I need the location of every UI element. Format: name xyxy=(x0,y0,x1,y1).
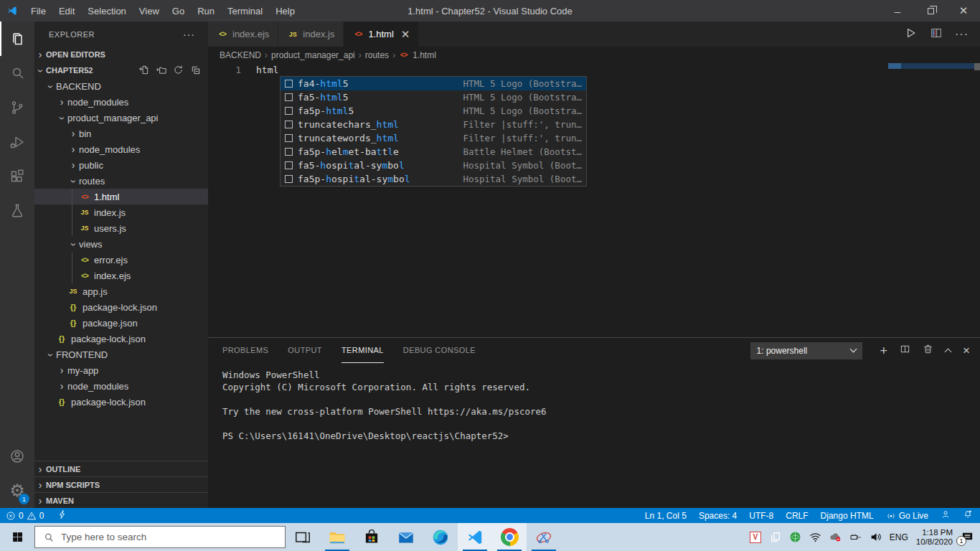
task-view-button[interactable] xyxy=(286,523,320,551)
menu-help[interactable]: Help xyxy=(269,6,301,17)
encoding[interactable]: UTF-8 xyxy=(749,511,773,521)
menu-go[interactable]: Go xyxy=(166,6,191,17)
problems-indicator[interactable]: 0 0 xyxy=(6,511,44,521)
eol-sequence[interactable]: CRLF xyxy=(786,511,808,521)
suggestion-fa5p-helmet-battle[interactable]: fa5p-helmet-battle Battle Helmet (Bootst… xyxy=(281,145,586,159)
close-panel-icon[interactable]: × xyxy=(963,344,970,357)
close-icon[interactable]: ✕ xyxy=(947,0,980,22)
volume-icon[interactable] xyxy=(870,531,882,543)
tree-file-index.js[interactable]: JSindex.js xyxy=(34,204,208,220)
tree-folder-node_modules[interactable]: ›node_modules xyxy=(34,141,208,157)
breadcrumb-item[interactable]: product_manager_api xyxy=(271,50,355,60)
taskbar-snipping-tool-icon[interactable] xyxy=(527,523,561,551)
tree-file-index.ejs[interactable]: <>index.ejs xyxy=(34,268,208,283)
tree-folder-public[interactable]: ›public xyxy=(34,157,208,173)
tab-index.js[interactable]: JSindex.js xyxy=(278,22,344,47)
minimize-icon[interactable]: – xyxy=(881,0,914,22)
menu-edit[interactable]: Edit xyxy=(52,6,81,17)
v-app-tray-icon[interactable]: V xyxy=(750,532,761,543)
tree-folder-product_manager_api[interactable]: ›product_manager_api xyxy=(34,110,208,126)
activity-test-icon[interactable] xyxy=(0,194,34,228)
tree-file-package-lock.json[interactable]: {}package-lock.json xyxy=(34,331,208,347)
breadcrumb-item[interactable]: BACKEND xyxy=(220,50,261,60)
power-plug-icon[interactable] xyxy=(849,531,862,543)
new-folder-icon[interactable] xyxy=(156,65,166,77)
tree-folder-bin[interactable]: ›bin xyxy=(34,126,208,141)
activity-run-debug-icon[interactable] xyxy=(0,125,34,159)
menu-run[interactable]: Run xyxy=(191,6,221,17)
menu-terminal[interactable]: Terminal xyxy=(221,6,269,17)
breadcrumb-file[interactable]: 1.html xyxy=(413,50,436,60)
open-editors-section[interactable]: › OPEN EDITORS xyxy=(34,47,208,62)
tree-file-package-lock.json[interactable]: {}package-lock.json xyxy=(34,394,208,410)
terminal-shell-select[interactable]: 1: powershell xyxy=(750,342,862,359)
taskbar-mail-icon[interactable] xyxy=(389,523,423,551)
windows-tray-icon[interactable] xyxy=(769,531,781,543)
tree-file-1.html[interactable]: <>1.html xyxy=(34,189,208,204)
split-editor-icon[interactable] xyxy=(929,26,943,43)
activity-search-icon[interactable] xyxy=(0,56,34,90)
activity-source-control-icon[interactable] xyxy=(0,90,34,125)
suggestion-fa5-html5[interactable]: fa5-html5 HTML 5 Logo (Bootstra… xyxy=(281,90,586,104)
activity-extensions-icon[interactable] xyxy=(0,159,34,194)
section-outline[interactable]: ›OUTLINE xyxy=(34,461,208,476)
suggestion-fa4-html5[interactable]: fa4-html5 HTML 5 Logo (Bootstra… xyxy=(281,77,586,90)
tree-folder-my-app[interactable]: ›my-app xyxy=(34,362,208,378)
panel-tab-terminal[interactable]: TERMINAL xyxy=(341,338,384,363)
language-indicator[interactable]: ENG xyxy=(890,532,908,542)
suggestion-fa5p-hospital-symbol[interactable]: fa5p-hospital-symbol Hospital Symbol (Bo… xyxy=(281,172,586,186)
tree-folder-FRONTEND[interactable]: ›FRONTEND xyxy=(34,347,208,362)
cursor-position[interactable]: Ln 1, Col 5 xyxy=(645,511,687,521)
tree-file-package-lock.json[interactable]: {}package-lock.json xyxy=(34,299,208,315)
activity-account-icon[interactable] xyxy=(0,439,34,474)
scrollbar-slider[interactable] xyxy=(974,63,980,70)
tab-1.html[interactable]: <>1.html✕ xyxy=(344,22,419,47)
tree-file-users.js[interactable]: JSusers.js xyxy=(34,220,208,236)
taskbar-edge-icon[interactable] xyxy=(423,523,458,551)
panel-tab-problems[interactable]: PROBLEMS xyxy=(222,338,268,363)
section-maven[interactable]: ›MAVEN xyxy=(34,492,208,508)
search-input[interactable] xyxy=(61,532,277,542)
section-npm-scripts[interactable]: ›NPM SCRIPTS xyxy=(34,476,208,492)
start-button[interactable] xyxy=(0,523,34,551)
workspace-section[interactable]: › CHAPTER52 xyxy=(34,62,208,78)
feedback-icon[interactable] xyxy=(941,509,951,522)
suggestion-fa5p-html5[interactable]: fa5p-html5 HTML 5 Logo (Bootstra… xyxy=(281,104,586,118)
tree-file-app.js[interactable]: JSapp.js xyxy=(34,283,208,299)
breadcrumb-item[interactable]: routes xyxy=(365,50,389,60)
tree-file-error.ejs[interactable]: <>error.ejs xyxy=(34,252,208,268)
panel-tab-debug-console[interactable]: DEBUG CONSOLE xyxy=(403,338,476,363)
kill-terminal-icon[interactable] xyxy=(923,344,933,357)
taskbar-store-icon[interactable] xyxy=(354,523,389,551)
menu-selection[interactable]: Selection xyxy=(81,6,132,17)
run-icon[interactable] xyxy=(903,26,918,43)
tree-folder-views[interactable]: ›views xyxy=(34,236,208,252)
new-file-icon[interactable] xyxy=(138,65,149,77)
new-terminal-icon[interactable]: + xyxy=(880,344,888,357)
action-center-button[interactable]: 1 xyxy=(961,530,974,544)
tree-folder-node_modules[interactable]: ›node_modules xyxy=(34,94,208,110)
notifications-bell-icon[interactable] xyxy=(963,509,973,522)
taskbar-file-explorer-icon[interactable] xyxy=(320,523,354,551)
taskbar-vscode-icon[interactable] xyxy=(458,523,492,551)
activity-explorer-icon[interactable] xyxy=(0,22,34,56)
maximize-panel-icon[interactable] xyxy=(945,348,952,355)
split-terminal-icon[interactable] xyxy=(900,344,910,357)
onedrive-paused-icon[interactable] xyxy=(829,531,842,543)
restore-icon[interactable] xyxy=(914,0,947,22)
code-editor[interactable]: 1 html fa4-html5 HTML 5 Logo (Bootstra… … xyxy=(208,63,980,337)
clock[interactable]: 1:18 PM 10/8/2020 xyxy=(916,528,953,547)
panel-tab-output[interactable]: OUTPUT xyxy=(288,338,322,363)
taskbar-chrome-icon[interactable] xyxy=(492,523,527,551)
tree-folder-routes[interactable]: ›routes xyxy=(34,173,208,189)
terminal-output[interactable]: Windows PowerShellCopyright (C) Microsof… xyxy=(208,363,980,442)
explorer-more-actions-icon[interactable]: ··· xyxy=(183,29,195,40)
tree-file-package.json[interactable]: {}package.json xyxy=(34,315,208,331)
menu-view[interactable]: View xyxy=(133,6,166,17)
go-live-button[interactable]: Go Live xyxy=(886,511,928,521)
idm-tray-icon[interactable] xyxy=(789,531,801,543)
refresh-icon[interactable] xyxy=(173,65,184,77)
taskbar-search[interactable] xyxy=(34,526,286,548)
language-mode[interactable]: Django HTML xyxy=(821,511,874,521)
tab-index.ejs[interactable]: <>index.ejs xyxy=(208,22,278,47)
